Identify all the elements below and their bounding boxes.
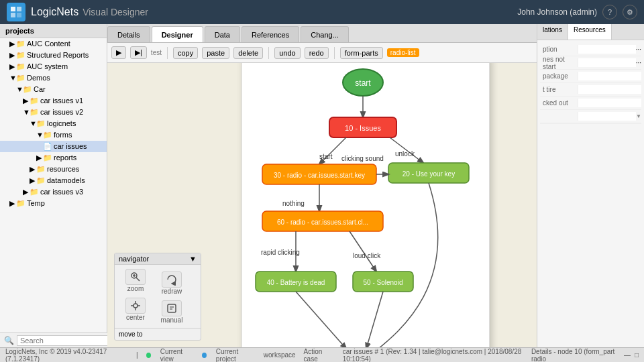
app-subtitle: Visual Designer bbox=[83, 7, 148, 17]
search-input[interactable] bbox=[17, 335, 107, 346]
navigator-dropdown-icon[interactable]: ▼ bbox=[189, 255, 197, 263]
prop-label-locked-out: cked out bbox=[540, 99, 578, 107]
sidebar-item-car-issues-v2[interactable]: ▼📁car issues v2 bbox=[0, 107, 107, 118]
delete-button[interactable]: delete bbox=[233, 47, 263, 59]
prop-label-does-not-start: nes not start bbox=[540, 56, 578, 70]
svg-text:rapid clicking: rapid clicking bbox=[261, 249, 300, 256]
prop-row-tire: t tire bbox=[540, 83, 641, 97]
svg-rect-3 bbox=[17, 13, 21, 17]
sidebar-item-resources[interactable]: ▶📁resources bbox=[0, 164, 107, 175]
paste-button[interactable]: paste bbox=[202, 47, 229, 59]
sidebar-item-reports[interactable]: ▶📁reports bbox=[0, 152, 107, 164]
sidebar-search: 🔍 bbox=[0, 333, 107, 347]
right-panel-tabs: lations Resources bbox=[537, 24, 644, 40]
prop-row-locked-out: cked out bbox=[540, 97, 641, 110]
sidebar-item-demos[interactable]: ▼📁Demos bbox=[0, 72, 107, 84]
current-view-label: Current view bbox=[160, 348, 194, 363]
form-parts-button[interactable]: form-parts bbox=[340, 47, 383, 59]
settings-button[interactable]: ⚙ bbox=[623, 5, 637, 19]
tab-designer[interactable]: Designer bbox=[152, 26, 203, 42]
radio-list-badge[interactable]: radio-list bbox=[387, 48, 419, 57]
navigator-widget: navigator ▼ zoom bbox=[114, 253, 201, 341]
right-panel: lations Resources ption ··· nes not star… bbox=[537, 24, 644, 347]
copyright-text: LogicNets, Inc © 2019 v4.0-23417 (7.1.23… bbox=[5, 348, 128, 363]
details-info: Details - node 10 (form_part radio bbox=[531, 348, 620, 363]
prop-select-arrow[interactable]: ▼ bbox=[636, 113, 641, 119]
svg-rect-1 bbox=[17, 7, 21, 11]
prop-dots-description[interactable]: ··· bbox=[636, 46, 641, 53]
canvas-area[interactable]: 10 - I... 30 - radio - car.issues.start.… bbox=[107, 63, 537, 347]
tab-details[interactable]: Details bbox=[107, 26, 150, 42]
prop-dots-does-not-start[interactable]: ··· bbox=[636, 59, 641, 66]
toolbar: ▶ ▶| test copy paste delete undo redo fo… bbox=[107, 43, 537, 63]
flowchart-overlay[interactable]: start 10 - Issues start unlock 30 - radi… bbox=[241, 63, 490, 347]
zoom-icon bbox=[125, 269, 146, 285]
sidebar-item-structured-reports[interactable]: ▶📁Structured Reports bbox=[0, 50, 107, 61]
minimize-icon[interactable]: — bbox=[624, 351, 631, 359]
sidebar-item-car[interactable]: ▼📁Car bbox=[0, 84, 107, 95]
sidebar-item-car-issues-v1[interactable]: ▶📁car issues v1 bbox=[0, 95, 107, 107]
search-icon: 🔍 bbox=[4, 336, 14, 345]
play-button[interactable]: ▶ bbox=[111, 46, 126, 59]
next-button[interactable]: ▶| bbox=[130, 46, 147, 59]
maximize-icon[interactable]: □ bbox=[635, 351, 639, 359]
prop-input-locked-out[interactable] bbox=[578, 99, 641, 107]
svg-text:nothing: nothing bbox=[282, 200, 305, 207]
center-icon bbox=[125, 298, 146, 314]
right-tab-relations[interactable]: lations bbox=[537, 24, 568, 40]
right-tab-resources[interactable]: Resources bbox=[568, 24, 612, 40]
prop-row-does-not-start: nes not start ··· bbox=[540, 56, 641, 70]
action-case-label: Action case bbox=[304, 348, 335, 363]
prop-label-tire: t tire bbox=[540, 86, 578, 93]
current-project-label: Current project bbox=[216, 348, 256, 363]
prop-input-description[interactable] bbox=[578, 45, 636, 54]
navigator-controls: zoom redraw bbox=[115, 265, 201, 328]
prop-input-tire[interactable] bbox=[578, 85, 641, 94]
undo-button[interactable]: undo bbox=[274, 47, 300, 59]
redraw-button[interactable]: redraw bbox=[155, 272, 189, 295]
statusbar-right: car issues # 1 (Rev: 1.34 | talie@logicn… bbox=[343, 348, 639, 363]
svg-text:60 - radio - car.issues.start.: 60 - radio - car.issues.start.cl... bbox=[277, 219, 368, 226]
tab-references[interactable]: References bbox=[241, 26, 299, 42]
svg-text:20 - Use your key: 20 - Use your key bbox=[402, 170, 455, 178]
svg-text:40 - Battery is dead: 40 - Battery is dead bbox=[267, 279, 325, 286]
sidebar-item-car-issues[interactable]: 📄car issues bbox=[0, 141, 107, 152]
move-to-label: move to bbox=[115, 328, 201, 340]
sidebar-item-car-issues-v3[interactable]: ▶📁car issues v3 bbox=[0, 186, 107, 198]
prop-input-empty[interactable] bbox=[578, 112, 636, 121]
tab-data[interactable]: Data bbox=[205, 26, 240, 42]
redraw-icon bbox=[162, 272, 182, 288]
svg-text:30 - radio - car.issues.start.: 30 - radio - car.issues.start.key bbox=[274, 172, 365, 179]
statusbar: LogicNets, Inc © 2019 v4.0-23417 (7.1.23… bbox=[0, 347, 644, 362]
redo-button[interactable]: redo bbox=[305, 47, 329, 59]
svg-point-49 bbox=[133, 304, 138, 308]
statusbar-separator: | bbox=[136, 351, 138, 359]
sidebar-item-temp[interactable]: ▶📁Temp bbox=[0, 198, 107, 209]
sidebar-item-auc-system[interactable]: ▶📁AUC system bbox=[0, 61, 107, 72]
sidebar-item-auc-content[interactable]: ▶📁AUC Content bbox=[0, 38, 107, 50]
toolbar-separator-1 bbox=[167, 47, 168, 59]
help-button[interactable]: ? bbox=[602, 5, 617, 19]
svg-rect-54 bbox=[168, 304, 176, 312]
sidebar-item-datamodels[interactable]: ▶📁datamodels bbox=[0, 175, 107, 186]
navigator-title: navigator bbox=[119, 255, 149, 263]
toolbar-separator-3 bbox=[334, 47, 335, 59]
prop-empty-area bbox=[540, 123, 641, 204]
prop-row-description: ption ··· bbox=[540, 43, 641, 56]
tab-changes[interactable]: Chang... bbox=[301, 26, 349, 42]
sidebar-header: projects bbox=[0, 24, 107, 38]
center-button[interactable]: center bbox=[119, 298, 152, 324]
sidebar-item-forms[interactable]: ▼📁forms bbox=[0, 129, 107, 141]
prop-label-description: ption bbox=[540, 46, 578, 53]
app-title: LogicNets bbox=[31, 6, 78, 18]
current-project-indicator bbox=[202, 353, 207, 358]
svg-text:start: start bbox=[319, 153, 333, 160]
manual-button[interactable]: manual bbox=[155, 300, 189, 324]
user-name: John Johnson (admin) bbox=[517, 7, 597, 17]
copy-button[interactable]: copy bbox=[173, 47, 198, 59]
svg-rect-2 bbox=[11, 13, 15, 17]
zoom-button[interactable]: zoom bbox=[119, 269, 152, 295]
prop-input-does-not-start[interactable] bbox=[578, 58, 636, 67]
prop-input-package[interactable] bbox=[578, 72, 641, 80]
sidebar-item-logicnets[interactable]: ▼📁logicnets bbox=[0, 118, 107, 129]
